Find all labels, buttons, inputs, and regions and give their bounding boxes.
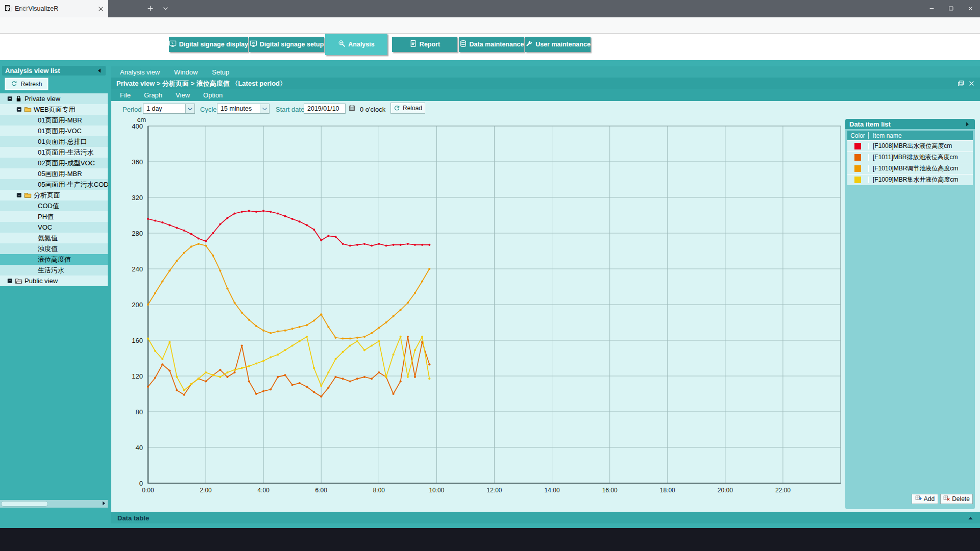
panel-expand-icon[interactable] (964, 121, 971, 128)
graph-menu-option[interactable]: Option (203, 91, 223, 99)
app-header: Digital signage displayDigital signage s… (0, 34, 980, 60)
tab-list-button[interactable] (160, 4, 170, 14)
refresh-icon (11, 81, 17, 87)
chart-point (212, 232, 214, 234)
nav-tab-analysis[interactable]: Analysis (325, 34, 387, 55)
chart-point (371, 378, 373, 380)
data-table-bar[interactable]: Data table (111, 512, 980, 523)
start-date-input[interactable]: 2019/01/10 (304, 104, 346, 114)
data-item-row[interactable]: [F1009]MBR集水井液位高度cm (847, 174, 973, 185)
tree-expand-icon[interactable] (7, 96, 13, 102)
add-button[interactable]: Add (912, 494, 938, 504)
tree-item-01页面用-VOC[interactable]: 01页面用-VOC (0, 126, 108, 136)
scrollbar-thumb[interactable] (1, 501, 48, 507)
scrollbar-right-arrow[interactable] (100, 500, 108, 508)
cycle-select[interactable]: 15 minutes (217, 104, 270, 114)
chart-point (248, 365, 250, 367)
chart-point (277, 330, 279, 332)
tree-expand-icon[interactable] (16, 192, 22, 198)
graph-menu-file[interactable]: File (120, 91, 131, 99)
tree-item-浊度值[interactable]: 浊度值 (0, 243, 108, 254)
tree-item-05画面用-MBR[interactable]: 05画面用-MBR (0, 168, 108, 179)
tree-item-VOC[interactable]: VOC (0, 222, 108, 233)
tree-expand-icon[interactable] (16, 107, 22, 112)
nav-tab-data-maintenance[interactable]: Data maintenance (459, 37, 524, 52)
nav-tab-report[interactable]: Report (392, 37, 457, 52)
period-select[interactable]: 1 day (143, 104, 195, 114)
tree-item-01页面用-MBR[interactable]: 01页面用-MBR (0, 115, 108, 126)
chart-point (371, 344, 373, 346)
tree-item-液位高度值[interactable]: 液位高度值 (0, 254, 108, 265)
chevron-down-icon (162, 5, 169, 14)
tree-item-02页面用-成型VOC[interactable]: 02页面用-成型VOC (0, 158, 108, 168)
reload-button[interactable]: Reload (390, 103, 425, 114)
chart-point (385, 376, 387, 378)
sidebar-collapse-icon[interactable] (96, 67, 103, 74)
tree-item-氨氮值[interactable]: 氨氮值 (0, 233, 108, 243)
menu-analysis-view[interactable]: Analysis view (120, 68, 160, 76)
chart-point (234, 302, 236, 304)
chart-point (299, 220, 301, 222)
chart-point (255, 211, 257, 213)
x-tick-label: 6:00 (315, 487, 328, 494)
nav-tab-label: Digital signage display (179, 41, 248, 48)
collapse-up-icon[interactable] (967, 515, 974, 521)
chart-point (393, 315, 395, 317)
window-restore-icon[interactable] (958, 80, 964, 87)
y-tick-label: 320 (132, 194, 143, 202)
data-item-name: [F1009]MBR集水井液位高度cm (869, 176, 958, 184)
close-icon[interactable] (961, 0, 980, 16)
graph-menu-graph[interactable]: Graph (144, 91, 162, 99)
data-item-row[interactable]: [F1011]MBR排放池液位高度cm (847, 152, 973, 163)
nav-tab-user-maintenance[interactable]: User maintenance (525, 37, 591, 52)
chart-point (183, 389, 185, 391)
tab-close-icon[interactable] (97, 6, 104, 12)
breadcrumb: Private view > 分析页面 > 液位高度值 〈Latest peri… (116, 79, 953, 88)
chart-point (226, 287, 228, 289)
sidebar-header: Analysis view list (2, 66, 106, 76)
tree-item-WEB页面专用[interactable]: WEB页面专用 (0, 104, 108, 115)
chart-point (219, 269, 221, 271)
data-item-row[interactable]: [F1008]MBR出水液位高度cm (847, 141, 973, 152)
y-tick-label: 240 (132, 265, 143, 273)
menu-setup[interactable]: Setup (212, 68, 229, 76)
chart-point (176, 376, 178, 378)
tree-item-生活污水[interactable]: 生活污水 (0, 265, 108, 276)
tree-item-label: VOC (38, 223, 52, 231)
tree-item-01页面用-总排口[interactable]: 01页面用-总排口 (0, 136, 108, 147)
chart-point (241, 312, 243, 314)
tree-expand-icon[interactable] (7, 278, 13, 284)
x-tick-label: 10:00 (429, 487, 444, 494)
chart-point (255, 393, 257, 395)
chart-point (320, 313, 322, 315)
chart-point (168, 341, 170, 343)
triangle-right-icon (101, 499, 107, 509)
graph-menu-view[interactable]: View (176, 91, 190, 99)
data-item-row[interactable]: [F1010]MBR调节池液位高度cm (847, 163, 973, 174)
menu-window[interactable]: Window (174, 68, 198, 76)
app-menubar: Analysis viewWindowSetup (111, 66, 980, 78)
tab-preview-icon[interactable] (4, 3, 16, 14)
nav-tab-digital-signage-setup[interactable]: Digital signage setup (249, 37, 324, 52)
chart-point (291, 218, 293, 220)
tree-item-Private view[interactable]: Private view (0, 93, 108, 104)
new-tab-button[interactable] (145, 4, 155, 14)
calendar-button[interactable] (348, 104, 356, 113)
tree-item-01页面用-生活污水[interactable]: 01页面用-生活污水 (0, 147, 108, 158)
nav-tab-digital-signage-display[interactable]: Digital signage display (169, 37, 248, 52)
delete-button[interactable]: Delete (940, 494, 973, 504)
tree-item-PH值[interactable]: PH值 (0, 211, 108, 222)
minimize-icon[interactable] (922, 0, 941, 16)
color-swatch (854, 154, 861, 161)
color-cell (847, 165, 869, 172)
folder-icon (24, 191, 32, 199)
maximize-icon[interactable] (941, 0, 961, 16)
nav-tab-label: User maintenance (535, 41, 591, 48)
tree-item-COD值[interactable]: COD值 (0, 201, 108, 211)
tree-item-分析页面[interactable]: 分析页面 (0, 190, 108, 201)
tree-item-05画面用-生产污水COD[interactable]: 05画面用-生产污水COD (0, 179, 108, 190)
window-close-icon[interactable] (968, 80, 975, 87)
tree-item-Public view[interactable]: Public view (0, 276, 108, 286)
set-aside-icon[interactable] (18, 3, 31, 14)
refresh-button[interactable]: Refresh (5, 78, 48, 90)
